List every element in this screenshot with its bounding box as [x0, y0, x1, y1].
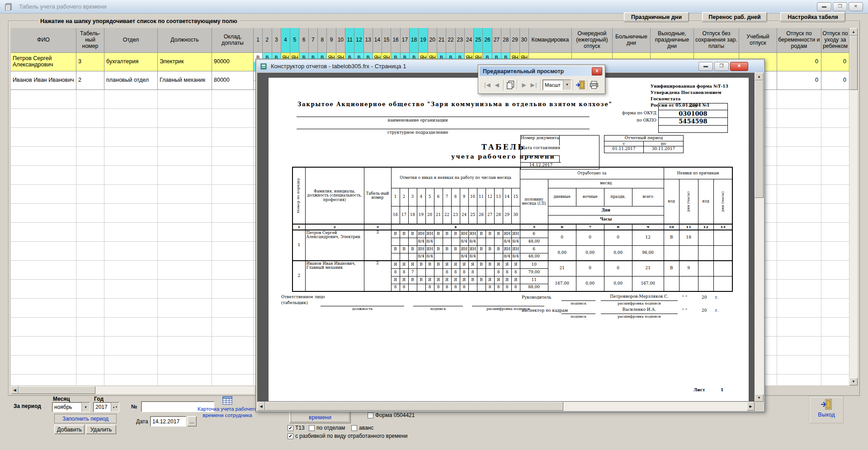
hscroll-thumb[interactable]: [19, 386, 95, 394]
delete-button[interactable]: Удалить: [86, 425, 116, 434]
zoom-dropdown[interactable]: Масшт ▼: [542, 80, 571, 90]
scroll-up-icon[interactable]: ▲: [755, 73, 764, 80]
grid-cell: [11, 90, 76, 108]
col-header-leave-3[interactable]: Выходные, праздничные дни: [651, 28, 694, 53]
print-icon[interactable]: [590, 81, 599, 89]
last-page-icon[interactable]: ▶∣: [529, 80, 539, 90]
col-header-fio[interactable]: ФИО: [11, 28, 76, 53]
col-header-leave-6[interactable]: Отпуск по беременности и родам: [777, 28, 821, 53]
report-close-button[interactable]: ✕: [730, 62, 748, 71]
scroll-down-icon[interactable]: ▼: [849, 378, 858, 385]
col-header-leave-7[interactable]: Отпуск по уходу за ребенком: [821, 28, 849, 53]
col-header-day-27[interactable]: 27: [492, 28, 501, 53]
close-button[interactable]: ✕: [849, 2, 863, 11]
year-spinner[interactable]: 2017 ▲▼: [93, 402, 119, 412]
col-header-day-15[interactable]: 15: [382, 28, 391, 53]
grid-vscrollbar[interactable]: ▲ ▼: [849, 28, 858, 385]
col-header-day-9[interactable]: 9: [327, 28, 336, 53]
col-header-day-28[interactable]: 28: [501, 28, 510, 53]
col-header-day-22[interactable]: 22: [446, 28, 455, 53]
col-header-leave-5[interactable]: Учебный отпуск: [739, 28, 777, 53]
col-header-day-14[interactable]: 14: [373, 28, 382, 53]
col-header-day-12[interactable]: 12: [354, 28, 363, 53]
col-header-dept[interactable]: Отдел: [104, 28, 158, 53]
col-header-day-23[interactable]: 23: [456, 28, 465, 53]
advance-checkbox[interactable]: [351, 425, 357, 431]
col-header-day-18[interactable]: 18: [410, 28, 419, 53]
grid-hscrollbar[interactable]: ◀: [11, 386, 255, 394]
col-header-leave-4[interactable]: Отпуск без сохранения зар. платы: [694, 28, 739, 53]
col-header-day-29[interactable]: 29: [510, 28, 519, 53]
col-header-day-8[interactable]: 8: [318, 28, 327, 53]
report-hscroll-thumb[interactable]: [265, 402, 563, 411]
scroll-left-icon[interactable]: ◀: [257, 402, 265, 411]
maximize-button[interactable]: ❐: [833, 2, 847, 11]
unit-underline: [297, 129, 590, 129]
next-page-icon[interactable]: ▶: [519, 80, 529, 90]
scroll-up-icon[interactable]: ▲: [849, 28, 858, 36]
day-hours: 7: [408, 268, 417, 276]
day-code: В: [486, 230, 494, 238]
col-header-day-13[interactable]: 13: [364, 28, 373, 53]
col-header-leave-0[interactable]: Командировка: [529, 28, 572, 53]
col-header-day-6[interactable]: 6: [299, 28, 308, 53]
day-hours: [400, 253, 408, 261]
add-button[interactable]: Добавить: [54, 425, 85, 434]
col-header-day-24[interactable]: 24: [465, 28, 474, 53]
minimize-button[interactable]: ▬: [817, 2, 831, 11]
report-hscrollbar[interactable]: ◀ ▶: [257, 402, 755, 411]
report-vscrollbar[interactable]: ▲ ▼: [755, 73, 764, 402]
scroll-right-icon[interactable]: ▶: [747, 402, 755, 411]
preview-close-button[interactable]: x: [592, 67, 602, 75]
exit-button[interactable]: Выход: [809, 396, 844, 423]
col-header-day-11[interactable]: 11: [345, 28, 354, 53]
col-header-day-30[interactable]: 30: [520, 28, 529, 53]
first-page-icon[interactable]: ∣◀: [482, 80, 492, 90]
col-header-day-4[interactable]: 4: [281, 28, 290, 53]
col-header-day-21[interactable]: 21: [437, 28, 446, 53]
report-minimize-button[interactable]: ▬: [698, 62, 713, 71]
col-header-leave-1[interactable]: Очередной (ежегодный) отпуск: [572, 28, 613, 53]
vscroll-thumb[interactable]: [849, 36, 858, 90]
col-header-day-7[interactable]: 7: [309, 28, 318, 53]
col-header-day-10[interactable]: 10: [336, 28, 345, 53]
col-header-day-3[interactable]: 3: [272, 28, 281, 53]
col-header-post[interactable]: Должность: [158, 28, 212, 53]
report-restore-button[interactable]: ❐: [714, 62, 729, 71]
col-header-day-16[interactable]: 16: [391, 28, 400, 53]
report-vscroll-thumb[interactable]: [755, 80, 764, 198]
spinner-arrows-icon[interactable]: ▲▼: [111, 403, 119, 412]
close-preview-door-icon[interactable]: [575, 80, 586, 90]
org-name: Закрытое Акционерное общество "Заря комм…: [297, 101, 613, 108]
col-header-leave-2[interactable]: Больничные дни: [613, 28, 651, 53]
col-header-tabnum[interactable]: Табель-ный номер: [76, 28, 104, 53]
by-departments-checkbox[interactable]: [309, 425, 315, 431]
pages-icon[interactable]: [505, 80, 515, 90]
col-header-day-1[interactable]: 1: [254, 28, 263, 53]
fill-period-button[interactable]: Заполнить период: [54, 414, 117, 423]
t13-checkbox[interactable]: ✓: [288, 425, 293, 431]
chevron-down-icon[interactable]: ▼: [81, 403, 90, 412]
breakdown-checkbox[interactable]: ✓: [288, 433, 293, 439]
month-dropdown[interactable]: ноябрь ▼: [52, 402, 90, 412]
col-header-salary[interactable]: Оклад, доплаты: [212, 28, 254, 53]
scroll-left-icon[interactable]: ◀: [11, 386, 19, 394]
col-header-day-2[interactable]: 2: [263, 28, 272, 53]
month-days: 12: [632, 230, 664, 245]
col-header-day-5[interactable]: 5: [290, 28, 299, 53]
col-header-day-25[interactable]: 25: [474, 28, 483, 53]
preview-toolbar-titlebar[interactable]: Предварительный просмотр x: [480, 66, 604, 76]
col-header-day-20[interactable]: 20: [428, 28, 437, 53]
report-cell: 8: [604, 224, 632, 230]
col-header-day-19[interactable]: 19: [419, 28, 428, 53]
col-header-day-17[interactable]: 17: [401, 28, 410, 53]
scroll-down-icon[interactable]: ▼: [755, 394, 764, 402]
prev-page-icon[interactable]: ◀: [492, 80, 502, 90]
employee-card-link[interactable]: Карточка учета рабочего времени сотрудни…: [192, 406, 263, 419]
col-header-day-26[interactable]: 26: [483, 28, 492, 53]
form-0504421-checkbox[interactable]: [368, 412, 373, 418]
chevron-down-icon[interactable]: ▼: [563, 80, 571, 90]
day-hours: [486, 268, 494, 276]
date-input[interactable]: 14.12.2017: [150, 416, 186, 427]
grid-cell: [104, 242, 158, 260]
